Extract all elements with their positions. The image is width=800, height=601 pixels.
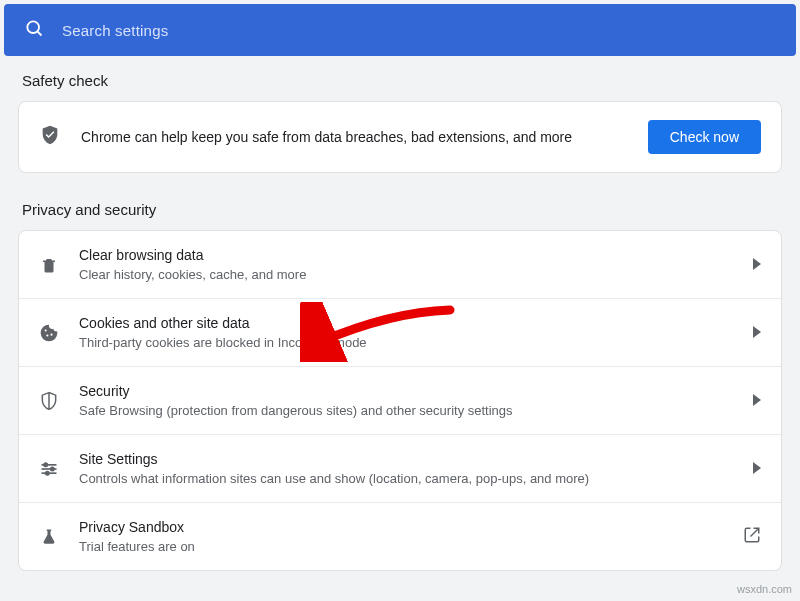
check-now-button[interactable]: Check now	[648, 120, 761, 154]
search-icon	[24, 18, 44, 42]
shield-outline-icon	[39, 391, 59, 411]
row-labels: Cookies and other site data Third-party …	[79, 313, 733, 352]
open-external-icon	[743, 526, 761, 548]
cookie-icon	[39, 323, 59, 343]
svg-point-9	[51, 467, 54, 470]
safety-check-row: Chrome can help keep you safe from data …	[19, 102, 781, 172]
row-labels: Clear browsing data Clear history, cooki…	[79, 245, 733, 284]
row-labels: Security Safe Browsing (protection from …	[79, 381, 733, 420]
svg-point-0	[27, 21, 39, 33]
chevron-right-icon	[753, 460, 761, 478]
row-clear-browsing-data[interactable]: Clear browsing data Clear history, cooki…	[19, 231, 781, 298]
row-desc: Third-party cookies are blocked in Incog…	[79, 334, 733, 352]
row-desc: Safe Browsing (protection from dangerous…	[79, 402, 733, 420]
chevron-right-icon	[753, 256, 761, 274]
flask-icon	[39, 527, 59, 547]
privacy-list: Clear browsing data Clear history, cooki…	[18, 230, 782, 571]
row-labels: Privacy Sandbox Trial features are on	[79, 517, 723, 556]
privacy-section: Privacy and security Clear browsing data…	[0, 173, 800, 571]
row-title: Security	[79, 381, 733, 401]
sliders-icon	[39, 459, 59, 479]
row-site-settings[interactable]: Site Settings Controls what information …	[19, 434, 781, 502]
safety-check-section: Safety check Chrome can help keep you sa…	[0, 56, 800, 173]
row-desc: Clear history, cookies, cache, and more	[79, 266, 733, 284]
svg-point-3	[46, 334, 48, 336]
shield-icon	[39, 124, 61, 150]
privacy-heading: Privacy and security	[18, 173, 782, 230]
svg-line-1	[38, 32, 42, 36]
svg-point-4	[50, 333, 52, 335]
safety-check-card: Chrome can help keep you safe from data …	[18, 101, 782, 173]
row-desc: Trial features are on	[79, 538, 723, 556]
row-privacy-sandbox[interactable]: Privacy Sandbox Trial features are on	[19, 502, 781, 570]
row-desc: Controls what information sites can use …	[79, 470, 733, 488]
svg-point-10	[46, 471, 49, 474]
search-bar[interactable]: Search settings	[4, 4, 796, 56]
chevron-right-icon	[753, 324, 761, 342]
row-security[interactable]: Security Safe Browsing (protection from …	[19, 366, 781, 434]
watermark: wsxdn.com	[737, 583, 792, 595]
row-title: Site Settings	[79, 449, 733, 469]
safety-check-heading: Safety check	[18, 56, 782, 101]
safety-check-text: Chrome can help keep you safe from data …	[81, 129, 628, 145]
search-placeholder: Search settings	[62, 22, 168, 39]
row-title: Cookies and other site data	[79, 313, 733, 333]
svg-point-2	[45, 329, 47, 331]
chevron-right-icon	[753, 392, 761, 410]
row-cookies[interactable]: Cookies and other site data Third-party …	[19, 298, 781, 366]
row-title: Privacy Sandbox	[79, 517, 723, 537]
trash-icon	[39, 255, 59, 275]
row-labels: Site Settings Controls what information …	[79, 449, 733, 488]
row-title: Clear browsing data	[79, 245, 733, 265]
svg-point-8	[44, 463, 47, 466]
